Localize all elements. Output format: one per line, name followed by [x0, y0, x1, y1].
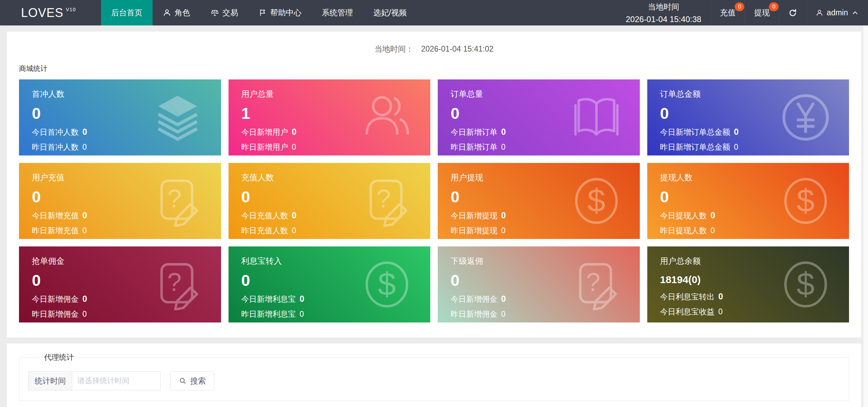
refresh-icon [788, 8, 797, 17]
user-icon [816, 9, 823, 17]
flag-icon [258, 8, 267, 17]
doc-icon: ? [152, 259, 203, 310]
svg-text:?: ? [376, 184, 391, 213]
card-line3: 昨日充值人数0 [241, 225, 431, 236]
stat-cards-grid: 首冲人数0今日首冲人数0昨日首冲人数0用户总量1今日新增用户0昨日新增用户0订单… [19, 79, 849, 322]
nav-item-label: 角色 [175, 7, 190, 18]
scales-icon [211, 8, 219, 17]
search-button-label: 搜索 [190, 376, 206, 386]
dollar-icon: $ [361, 259, 413, 310]
stats-panel: 当地时间： 2026-01-04 15:41:02 商城统计 首冲人数0今日首冲… [7, 32, 861, 337]
card-line3: 昨日新增订单总金额0 [660, 142, 849, 152]
card-line3: 昨日新增订单0 [451, 142, 640, 152]
search-button[interactable]: 搜索 [170, 371, 214, 390]
nav-item-label: 帮助中心 [270, 7, 301, 18]
admin-username: admin [827, 8, 848, 17]
book-icon [571, 92, 622, 143]
card-line3: 昨日提现人数0 [660, 225, 849, 236]
stat-card-9: 利息宝转入0今日新增利息宝0昨日新增利息宝0$ [229, 246, 431, 322]
stat-card-2: 订单总量0今日新增订单0昨日新增订单0 [438, 79, 640, 155]
nav-item-home[interactable]: 后台首页 [101, 0, 153, 25]
card-line3: 昨日新增充值0 [32, 225, 221, 236]
withdraw-label: 提现 [754, 7, 770, 18]
page-local-time-label: 当地时间： [375, 44, 414, 53]
withdraw-badge: 0 [769, 2, 778, 11]
stat-time-input-group: 统计时间 [28, 371, 161, 390]
doc-icon: ? [571, 259, 622, 310]
logo-version: V10 [66, 6, 76, 12]
withdraw-notice-button[interactable]: 提现 0 [745, 0, 779, 25]
doc-icon: ? [361, 175, 413, 227]
card-line3: 昨日新增佣金0 [32, 309, 221, 319]
svg-text:?: ? [586, 267, 600, 296]
svg-text:$: $ [797, 266, 815, 302]
card-line3: 昨日新增提现0 [451, 225, 640, 236]
local-time-block: 当地时间 2026-01-04 15:40:38 [616, 0, 710, 25]
chevron-up-icon [851, 9, 859, 17]
svg-text:?: ? [167, 267, 181, 296]
svg-text:$: $ [587, 182, 605, 218]
refresh-button[interactable] [779, 0, 806, 25]
nav-item-label: 系统管理 [322, 7, 353, 18]
agent-filter-row: 统计时间 搜索 [28, 371, 849, 390]
stat-card-4: 用户充值0今日新增充值0昨日新增充值0? [19, 163, 221, 239]
agent-stats-legend: 代理统计 [40, 352, 78, 363]
nav-item-label: 后台首页 [111, 7, 142, 18]
stat-card-0: 首冲人数0今日首冲人数0昨日首冲人数0 [19, 79, 221, 155]
page-local-time-value: 2026-01-04 15:41:02 [421, 44, 494, 53]
stat-card-10: 下级返佣0今日新增佣金0昨日新增佣金0? [438, 246, 640, 322]
stat-time-input[interactable] [72, 371, 161, 390]
doc-icon: ? [152, 175, 203, 227]
stat-time-label: 统计时间 [28, 371, 72, 390]
logo-text: LOVES [21, 6, 63, 20]
card-line3: 昨日新增利息宝0 [241, 309, 431, 319]
recharge-label: 充值 [720, 7, 735, 18]
nav-item-trade[interactable]: 交易 [200, 0, 248, 25]
nav-item-help[interactable]: 帮助中心 [248, 0, 312, 25]
main-content: 当地时间： 2026-01-04 15:41:02 商城统计 首冲人数0今日首冲… [0, 32, 868, 407]
nav-item-system[interactable]: 系统管理 [312, 0, 363, 25]
nav-item-video[interactable]: 选妃/视频 [363, 0, 417, 25]
yen-icon [780, 92, 831, 143]
stat-card-1: 用户总量1今日新增用户0昨日新增用户0 [229, 79, 431, 155]
page-scrollbar[interactable] [863, 25, 868, 407]
nav-item-role[interactable]: 角色 [153, 0, 200, 25]
dollar-icon: $ [571, 175, 622, 227]
card-line3: 昨日新增用户0 [241, 142, 431, 152]
admin-user-menu[interactable]: admin [806, 0, 868, 25]
card-line3: 昨日首冲人数0 [32, 142, 221, 152]
card-line3: 昨日新增佣金0 [451, 309, 640, 319]
svg-text:$: $ [378, 266, 396, 302]
stat-card-5: 充值人数0今日充值人数0昨日充值人数0? [229, 163, 431, 239]
local-time-label: 当地时间 [648, 2, 679, 12]
app-logo: LOVESV10 [0, 0, 101, 25]
stat-card-8: 抢单佣金0今日新增佣金0昨日新增佣金0? [19, 246, 221, 322]
agent-stats-panel: 代理统计 统计时间 搜索 [7, 344, 861, 407]
stat-card-3: 订单总金额0今日新增订单总金额0昨日新增订单总金额0 [647, 79, 849, 155]
recharge-badge: 0 [735, 2, 744, 11]
navbar-right: 当地时间 2026-01-04 15:40:38 充值 0 提现 0 admin [616, 0, 868, 25]
agent-stats-fieldset: 代理统计 统计时间 搜索 [19, 352, 849, 401]
svg-text:?: ? [167, 184, 181, 213]
stat-card-6: 用户提现0今日新增提现0昨日新增提现0$ [438, 163, 640, 239]
stats-section-title: 商城统计 [19, 64, 861, 73]
nav-item-label: 交易 [222, 7, 238, 18]
search-icon [179, 377, 187, 385]
page-local-time: 当地时间： 2026-01-04 15:41:02 [7, 32, 861, 54]
dollar-icon: $ [780, 175, 831, 227]
dollar-icon: $ [780, 259, 831, 310]
stat-card-7: 提现人数0今日提现人数0昨日提现人数0$ [647, 163, 849, 239]
main-menu: 后台首页角色交易帮助中心系统管理选妃/视频 [101, 0, 417, 25]
layers-icon [152, 92, 203, 143]
top-navbar: LOVESV10 后台首页角色交易帮助中心系统管理选妃/视频 当地时间 2026… [0, 0, 868, 25]
stat-card-11: 用户总余额18194(0)今日利息宝转出0今日利息宝收益0$ [647, 246, 849, 322]
recharge-notice-button[interactable]: 充值 0 [710, 0, 745, 25]
local-time-value: 2026-01-04 15:40:38 [626, 15, 701, 24]
nav-item-label: 选妃/视频 [373, 7, 407, 18]
users-icon [361, 92, 413, 143]
user-icon [163, 8, 171, 17]
svg-text:$: $ [797, 182, 815, 218]
